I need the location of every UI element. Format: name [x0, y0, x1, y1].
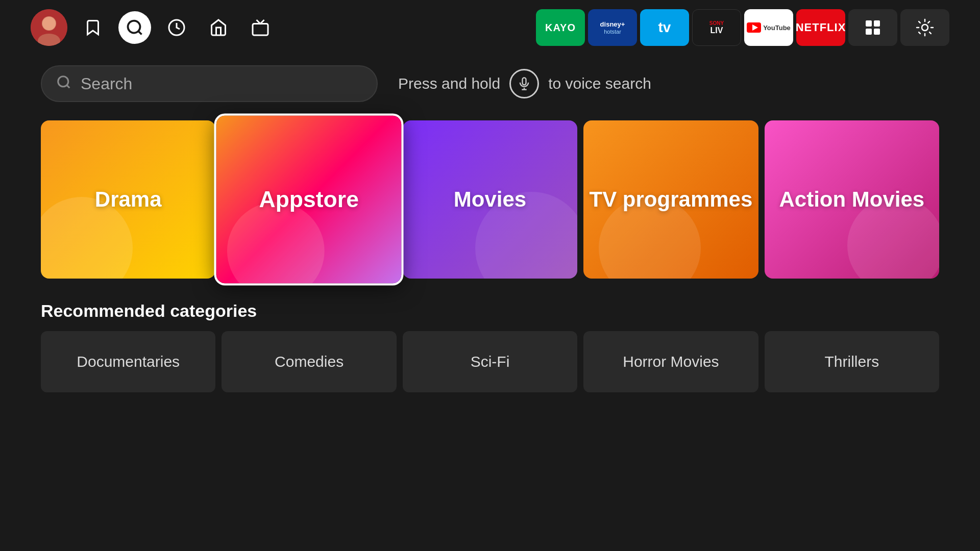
live-tv-button[interactable]: [244, 11, 277, 44]
app-youtube[interactable]: YouTube: [744, 9, 793, 46]
settings-icon: [916, 18, 934, 37]
youtube-text: YouTube: [763, 24, 791, 32]
app-netflix[interactable]: NETFLIX: [796, 9, 845, 46]
recommended-section: Recommended categories Documentaries Com…: [0, 279, 980, 392]
recent-button[interactable]: [160, 11, 193, 44]
rec-comedies-label: Comedies: [275, 353, 344, 370]
rec-horror-movies-label: Horror Movies: [623, 353, 719, 370]
category-appstore-label: Appstore: [259, 187, 359, 213]
recommended-grid: Documentaries Comedies Sci-Fi Horror Mov…: [41, 331, 939, 392]
netflix-label: NETFLIX: [796, 21, 845, 34]
recommended-title: Recommended categories: [41, 301, 939, 321]
category-tv-programmes[interactable]: TV programmes: [583, 120, 758, 279]
rec-sci-fi-label: Sci-Fi: [471, 353, 510, 370]
search-bar[interactable]: Search: [41, 65, 378, 102]
all-apps-button[interactable]: [848, 9, 897, 46]
kayo-label: KAYO: [545, 22, 576, 34]
avatar[interactable]: [31, 9, 67, 46]
category-appstore[interactable]: Appstore: [216, 116, 402, 284]
categories-section: Drama Appstore Movies TV programmes Acti…: [0, 102, 980, 279]
search-section: Search Press and hold to voice search: [0, 55, 980, 102]
disney-label: disney+: [600, 20, 625, 28]
category-movies[interactable]: Movies: [403, 120, 577, 279]
category-action-movies[interactable]: Action Movies: [765, 120, 939, 279]
sony-label: SONY: [709, 20, 724, 26]
search-bar-icon: [56, 74, 71, 93]
voice-prompt: Press and hold to voice search: [398, 69, 651, 98]
svg-rect-11: [874, 20, 880, 27]
nav-left: [31, 9, 277, 46]
settings-button[interactable]: [900, 9, 949, 46]
home-button[interactable]: [202, 11, 235, 44]
svg-rect-12: [866, 29, 872, 35]
liv-label: LIV: [710, 26, 723, 35]
bookmark-button[interactable]: [77, 11, 109, 44]
app-disney-hotstar[interactable]: disney+ hotstar: [588, 9, 637, 46]
grid-icon: [864, 18, 882, 37]
category-action-label: Action Movies: [779, 187, 924, 212]
search-nav-button[interactable]: [118, 11, 151, 44]
category-tv-label: TV programmes: [590, 187, 753, 212]
svg-point-14: [922, 24, 928, 31]
svg-rect-10: [866, 20, 872, 27]
svg-line-16: [67, 85, 69, 87]
youtube-play-icon: [747, 22, 761, 33]
app-tv[interactable]: tv: [640, 9, 689, 46]
search-input[interactable]: Search: [81, 74, 132, 93]
svg-rect-17: [523, 78, 526, 85]
rec-documentaries[interactable]: Documentaries: [41, 331, 215, 392]
category-drama[interactable]: Drama: [41, 120, 215, 279]
voice-prompt-before: Press and hold: [398, 75, 500, 92]
rec-sci-fi[interactable]: Sci-Fi: [403, 331, 577, 392]
svg-rect-7: [253, 24, 268, 36]
nav-apps: KAYO disney+ hotstar tv SONY LIV YouTube…: [536, 9, 949, 46]
mic-icon: [509, 69, 539, 98]
app-kayo[interactable]: KAYO: [536, 9, 585, 46]
rec-documentaries-label: Documentaries: [77, 353, 180, 370]
tv-label: tv: [658, 19, 671, 36]
nav-bar: KAYO disney+ hotstar tv SONY LIV YouTube…: [0, 0, 980, 55]
app-sony-liv[interactable]: SONY LIV: [692, 9, 741, 46]
hotstar-label: hotstar: [604, 29, 621, 35]
svg-point-3: [42, 17, 56, 30]
svg-point-15: [58, 76, 68, 86]
rec-horror-movies[interactable]: Horror Movies: [583, 331, 758, 392]
rec-comedies[interactable]: Comedies: [222, 331, 396, 392]
rec-thrillers[interactable]: Thrillers: [765, 331, 939, 392]
categories-grid: Drama Appstore Movies TV programmes Acti…: [41, 120, 939, 279]
voice-prompt-after: to voice search: [548, 75, 651, 92]
category-movies-label: Movies: [454, 187, 526, 212]
category-drama-label: Drama: [95, 187, 162, 212]
svg-rect-13: [874, 29, 880, 35]
svg-line-5: [138, 31, 142, 35]
rec-thrillers-label: Thrillers: [824, 353, 879, 370]
svg-point-4: [128, 21, 140, 33]
